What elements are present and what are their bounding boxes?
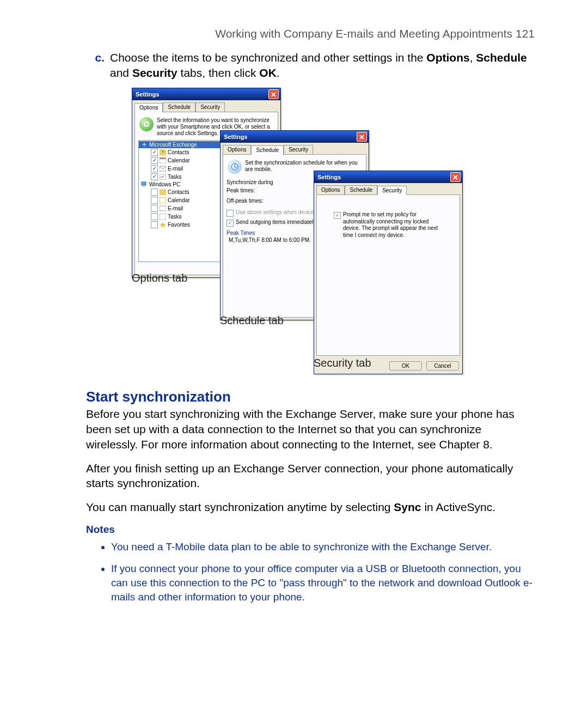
cancel-button[interactable]: Cancel [426, 361, 459, 370]
favorites-icon [160, 222, 166, 228]
checkbox[interactable] [226, 220, 234, 227]
label: Favorites [168, 222, 190, 228]
chk-prompt: Prompt me to set my policy for automatic… [334, 211, 443, 239]
checkbox[interactable] [151, 213, 158, 220]
tab-options[interactable]: Options [223, 145, 251, 154]
svg-rect-9 [160, 189, 166, 195]
t: Choose the items to be synchronized and … [110, 51, 426, 64]
checkbox[interactable] [151, 221, 158, 228]
svg-point-2 [162, 150, 164, 153]
para-2: After you finish setting up an Exchange … [86, 461, 535, 491]
label: E-mail [168, 166, 183, 172]
exchange-icon [141, 142, 148, 148]
t: Sync [394, 501, 421, 513]
label: Windows PC [149, 181, 180, 187]
t: tabs, then click [177, 66, 260, 79]
calendar-icon [160, 197, 166, 203]
note-item: If you connect your phone to your office… [111, 562, 535, 605]
ok-button[interactable]: OK [389, 361, 422, 370]
tab-options[interactable]: Options [316, 185, 345, 195]
t: Security [132, 66, 177, 79]
notes-list: You need a T-Mobile data plan to be able… [86, 540, 535, 605]
svg-rect-7 [142, 182, 146, 185]
running-header: Working with Company E-mails and Meeting… [86, 27, 535, 40]
label: Calendar [168, 157, 190, 163]
checkbox[interactable] [151, 205, 158, 212]
caption-security: Security tab [314, 357, 371, 369]
svg-rect-4 [160, 157, 166, 159]
offpeak-label: Off-peak times: [226, 198, 264, 204]
label: Contacts [168, 149, 189, 155]
t: You can manually start synchronization a… [86, 501, 394, 513]
tasks-icon [160, 214, 166, 220]
window-title: Settings [136, 91, 159, 98]
caption-options: Options tab [132, 272, 187, 284]
checkbox[interactable] [151, 189, 158, 196]
tabstrip: Options Schedule Security [220, 143, 369, 154]
dialog-security: Settings Options Schedule Security Promp… [314, 171, 463, 374]
pc-icon [141, 181, 148, 187]
tab-schedule[interactable]: Schedule [163, 102, 195, 112]
step-c: c. Choose the items to be synchronized a… [86, 50, 535, 80]
checkbox[interactable] [226, 210, 234, 217]
tab-security[interactable]: Security [284, 145, 313, 154]
window-title: Settings [224, 133, 247, 140]
tabstrip: Options Schedule Security [314, 183, 462, 195]
label: Microsoft Exchange [149, 142, 197, 148]
mail-icon [160, 166, 166, 172]
svg-rect-8 [143, 186, 145, 187]
t: . [277, 66, 280, 79]
caption-schedule: Schedule tab [220, 314, 284, 327]
tab-security[interactable]: Security [377, 186, 407, 195]
contacts-icon [160, 189, 166, 195]
clock-icon [228, 160, 242, 174]
tab-options[interactable]: Options [134, 103, 163, 112]
t: in ActiveSync. [421, 501, 496, 513]
sync-icon [139, 117, 154, 131]
section-heading: Start synchronization [86, 388, 535, 405]
peak-label: Peak times: [226, 187, 255, 193]
tabstrip: Options Schedule Security [132, 100, 280, 112]
label: Calendar [168, 197, 190, 203]
t: and [110, 66, 132, 79]
contacts-icon [160, 149, 166, 155]
titlebar: Settings [220, 131, 369, 143]
panel-security: Prompt me to set my policy for automatic… [316, 195, 460, 356]
para-1: Before you start synchronizing with the … [86, 406, 535, 452]
t: Options [426, 51, 469, 64]
checkbox[interactable] [151, 165, 158, 172]
window-title: Settings [317, 174, 341, 180]
close-icon[interactable] [268, 89, 279, 99]
note-item: You need a T-Mobile data plan to be able… [111, 540, 535, 554]
mail-icon [160, 205, 166, 211]
tab-schedule[interactable]: Schedule [345, 185, 377, 195]
label: Tasks [168, 174, 182, 180]
step-letter: c. [86, 50, 110, 65]
svg-rect-12 [160, 214, 166, 220]
t: Schedule [476, 51, 526, 64]
close-icon[interactable] [357, 132, 367, 142]
svg-rect-11 [160, 206, 166, 211]
screenshot-group: Settings Options Schedule Security Selec… [132, 88, 535, 376]
label: Send outgoing items immediately [236, 219, 316, 225]
label: E-mail [168, 205, 183, 211]
tab-security[interactable]: Security [195, 102, 225, 112]
checkbox[interactable] [151, 173, 158, 180]
label: Prompt me to set my policy for automatic… [343, 211, 443, 239]
step-text: Choose the items to be synchronized and … [110, 50, 535, 80]
label: Tasks [168, 214, 182, 220]
close-icon[interactable] [450, 172, 461, 182]
checkbox[interactable] [151, 157, 158, 164]
t: OK [259, 66, 277, 79]
t: , [470, 51, 476, 64]
tasks-icon [160, 174, 166, 180]
titlebar: Settings [314, 171, 462, 183]
svg-rect-10 [160, 197, 166, 203]
titlebar: Settings [132, 88, 280, 100]
checkbox[interactable] [151, 149, 158, 156]
checkbox[interactable] [334, 212, 341, 219]
tab-schedule[interactable]: Schedule [251, 145, 284, 155]
label: Contacts [168, 189, 189, 195]
calendar-icon [160, 157, 166, 163]
checkbox[interactable] [151, 197, 158, 204]
